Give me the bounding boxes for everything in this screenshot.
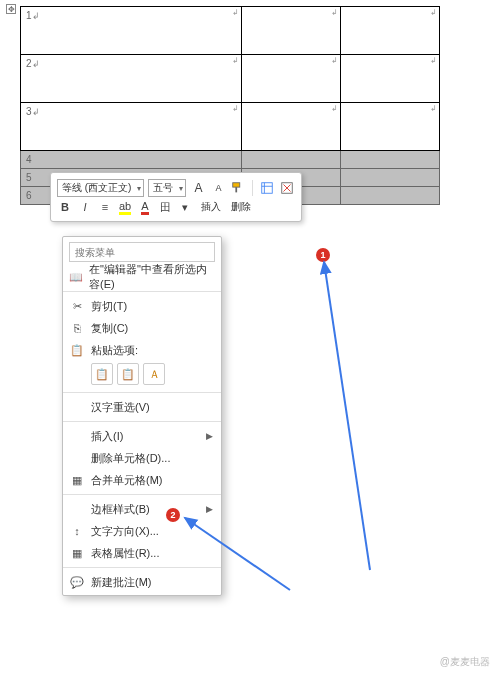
border-style-item[interactable]: 边框样式(B)▶ xyxy=(63,498,221,520)
format-painter-icon[interactable] xyxy=(230,180,246,196)
table-row-selected[interactable]: 4 xyxy=(21,151,440,169)
context-menu: 📖在"编辑器"中查看所选内容(E) ✂剪切(T) ⎘复制(C) 📋粘贴选项: 📋… xyxy=(62,236,222,596)
svg-rect-0 xyxy=(233,183,240,187)
copy-item[interactable]: ⎘复制(C) xyxy=(63,317,221,339)
chevron-right-icon: ▶ xyxy=(206,431,213,441)
table-properties-item[interactable]: ▦表格属性(R)... xyxy=(63,542,221,564)
delete-cells-item[interactable]: 删除单元格(D)... xyxy=(63,447,221,469)
editor-lookup-item[interactable]: 📖在"编辑器"中查看所选内容(E) xyxy=(63,266,221,288)
table-row[interactable]: 1↲↲↲↲ xyxy=(21,7,440,55)
svg-rect-2 xyxy=(262,183,273,194)
mini-toolbar: 等线 (西文正文) 五号 A A B I ≡ ab A 田 ▾ 插入 删除 xyxy=(50,172,302,222)
text-direction-item[interactable]: ↕文字方向(X)... xyxy=(63,520,221,542)
table-row[interactable]: 2↲↲↲↲ xyxy=(21,55,440,103)
chevron-right-icon: ▶ xyxy=(206,504,213,514)
paste-keep-source-icon[interactable]: 📋 xyxy=(91,363,113,385)
svg-rect-1 xyxy=(236,187,238,192)
annotation-badge-1: 1 xyxy=(316,248,330,262)
copy-icon: ⎘ xyxy=(69,320,85,336)
comment-icon: 💬 xyxy=(69,574,85,590)
highlight-button[interactable]: ab xyxy=(117,199,133,215)
svg-line-8 xyxy=(324,262,370,570)
shading-button[interactable]: ▾ xyxy=(177,199,193,215)
han-reselect-item[interactable]: 汉字重选(V) xyxy=(63,396,221,418)
table-move-handle[interactable]: ✥ xyxy=(6,4,16,14)
paste-text-icon[interactable]: Ａ xyxy=(143,363,165,385)
menu-search-input[interactable] xyxy=(69,242,215,262)
table-props-icon: ▦ xyxy=(69,545,85,561)
table-row[interactable]: 3↲↲↲↲ xyxy=(21,103,440,151)
align-button[interactable]: ≡ xyxy=(97,199,113,215)
bold-button[interactable]: B xyxy=(57,199,73,215)
text-direction-icon: ↕ xyxy=(69,523,85,539)
decrease-font-icon[interactable]: A xyxy=(210,180,226,196)
paste-icon: 📋 xyxy=(69,342,85,358)
increase-font-icon[interactable]: A xyxy=(190,180,206,196)
scissors-icon: ✂ xyxy=(69,298,85,314)
merge-icon: ▦ xyxy=(69,472,85,488)
font-color-button[interactable]: A xyxy=(137,199,153,215)
insert-item[interactable]: 插入(I)▶ xyxy=(63,425,221,447)
editor-icon: 📖 xyxy=(69,269,83,285)
paste-options-header: 📋粘贴选项: xyxy=(63,339,221,361)
border-button[interactable]: 田 xyxy=(157,199,173,215)
delete-button[interactable] xyxy=(279,180,295,196)
merge-cells-item[interactable]: ▦合并单元格(M) xyxy=(63,469,221,491)
paste-merge-icon[interactable]: 📋 xyxy=(117,363,139,385)
annotation-badge-2: 2 xyxy=(166,508,180,522)
insert-label: 插入 xyxy=(201,200,221,214)
new-comment-item[interactable]: 💬新建批注(M) xyxy=(63,571,221,593)
italic-button[interactable]: I xyxy=(77,199,93,215)
cut-item[interactable]: ✂剪切(T) xyxy=(63,295,221,317)
font-select[interactable]: 等线 (西文正文) xyxy=(57,179,144,197)
insert-button[interactable] xyxy=(259,180,275,196)
delete-label: 删除 xyxy=(231,200,251,214)
watermark: @麦麦电器 xyxy=(440,655,490,669)
font-size-select[interactable]: 五号 xyxy=(148,179,186,197)
